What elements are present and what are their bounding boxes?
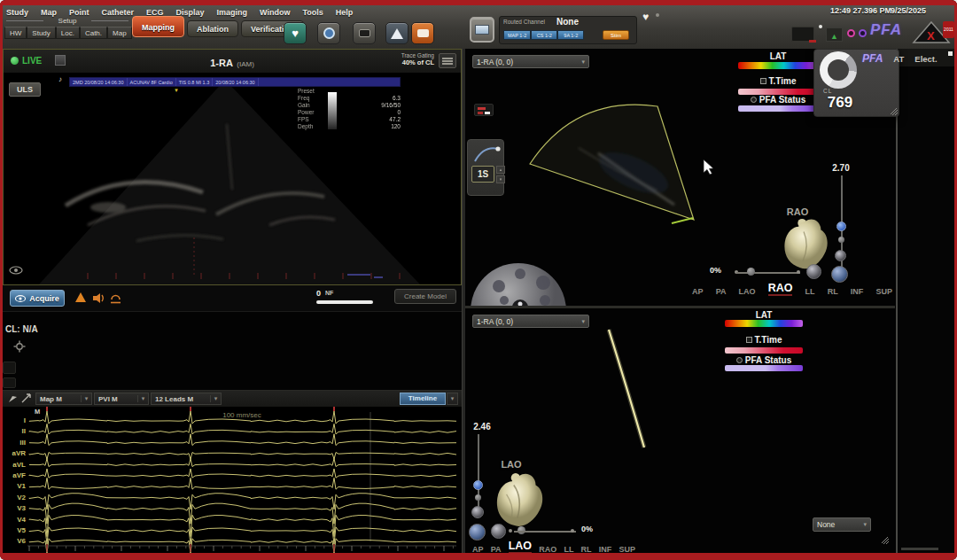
channel-segment-button[interactable]: 9A 1-2: [557, 30, 584, 40]
cartosound-button[interactable]: ♥: [284, 22, 307, 44]
acquire-button[interactable]: Acquire: [10, 290, 65, 307]
heart-orientation-widget-bottom[interactable]: [490, 471, 549, 531]
cl-value: 769: [814, 94, 866, 112]
create-model-button[interactable]: Create Model: [394, 289, 456, 304]
orientation-button[interactable]: RAO: [539, 545, 556, 553]
resize-grip[interactable]: [882, 537, 889, 544]
opacity-track-top[interactable]: [736, 272, 800, 274]
zoom-slider-knob-bottom[interactable]: [475, 494, 481, 501]
visibility-eye-icon[interactable]: [9, 266, 23, 275]
panel-menu-button[interactable]: [439, 53, 456, 68]
setup-tab[interactable]: Loc.: [56, 27, 80, 39]
channel-segment-button[interactable]: CS 1-2: [531, 30, 557, 40]
menu-item[interactable]: Point: [69, 8, 89, 17]
zoom-slider-handle-top[interactable]: [836, 222, 846, 231]
orientation-button[interactable]: RL: [581, 545, 592, 553]
remote-display-button[interactable]: [470, 17, 494, 43]
routed-channel-value: None: [556, 17, 579, 27]
side-panel-tab[interactable]: Elect.: [914, 54, 937, 64]
popup-resize-grip[interactable]: [891, 108, 898, 115]
mode-tab[interactable]: Ablation: [187, 20, 238, 37]
timeline-chevron-button[interactable]: ▾: [447, 393, 458, 405]
heart-orientation-widget-top[interactable]: [778, 216, 833, 273]
menu-item[interactable]: ECG: [146, 8, 164, 17]
one-second-button[interactable]: 1S: [471, 166, 494, 183]
map-selector-top[interactable]: 1-RA (0, 0) ▾: [472, 55, 589, 68]
snapshot-button[interactable]: [353, 22, 376, 44]
ecg-lead-label: V6: [4, 537, 26, 545]
gear-icon[interactable]: [13, 340, 26, 353]
side-panel-tab[interactable]: AT: [893, 54, 904, 64]
orientation-button[interactable]: INF: [851, 287, 864, 296]
mini-down-button[interactable]: ▾: [496, 175, 505, 183]
expand-tool-icon[interactable]: [21, 393, 32, 403]
orientation-button[interactable]: AP: [692, 287, 704, 296]
model-sphere-top[interactable]: [806, 264, 821, 279]
uls-button[interactable]: ULS: [9, 82, 41, 97]
opacity-track-bottom[interactable]: [514, 531, 576, 533]
ttime-checkbox[interactable]: [760, 78, 766, 84]
map-selector-bottom[interactable]: 1-RA (0, 0) ▾: [472, 315, 589, 328]
orientation-button[interactable]: SUP: [875, 287, 892, 296]
ecg-leads-dropdown[interactable]: 12 Leads M▾: [151, 393, 222, 405]
notes-button[interactable]: [411, 22, 434, 44]
tray-play-icon[interactable]: ▲: [826, 27, 843, 42]
menu-item[interactable]: Imaging: [217, 8, 248, 17]
orientation-button[interactable]: LAO: [739, 287, 756, 296]
menu-item[interactable]: Tools: [303, 8, 323, 17]
zoom-slider-handle-bottom[interactable]: [473, 480, 483, 490]
pfa-status-radio[interactable]: [751, 97, 757, 103]
rotate-sphere-small-top[interactable]: [835, 250, 846, 261]
rotate-sphere-small-bottom[interactable]: [471, 506, 484, 518]
model-sphere-bottom[interactable]: [491, 524, 506, 539]
menu-item[interactable]: Display: [176, 8, 205, 17]
mode-tab[interactable]: Mapping: [132, 16, 184, 37]
orientation-button[interactable]: SUP: [619, 545, 635, 553]
pfa-status-label: PFA Status: [745, 355, 791, 365]
study-archive-button[interactable]: [317, 22, 340, 44]
opacity-handle-top[interactable]: [747, 268, 755, 276]
ecg-pvi-dropdown[interactable]: PVI M▾: [94, 393, 149, 405]
focus-marker-icon[interactable]: ▼: [174, 88, 179, 93]
timeline-button[interactable]: Timeline: [400, 393, 446, 405]
orientation-button[interactable]: LL: [805, 287, 815, 296]
pointer-tool-icon[interactable]: [8, 393, 19, 403]
orientation-button[interactable]: LL: [564, 545, 573, 553]
rotate-sphere-large-bottom[interactable]: [469, 524, 486, 541]
dock-tool-icon[interactable]: [3, 377, 16, 388]
field-view-button[interactable]: [385, 22, 408, 44]
mini-up-button[interactable]: ▴: [496, 166, 505, 174]
mini-scrollbar[interactable]: [901, 548, 938, 550]
setup-tab[interactable]: Study: [27, 27, 55, 39]
menu-item[interactable]: Help: [336, 8, 354, 17]
mode-tabs: MappingAblationVerification: [132, 16, 304, 37]
menu-item[interactable]: Window: [260, 8, 290, 17]
setup-tab[interactable]: HW: [4, 27, 27, 39]
menu-item[interactable]: Map: [41, 8, 57, 17]
side-panel-tab[interactable]: PFA: [862, 52, 883, 65]
orientation-button[interactable]: PA: [716, 287, 727, 296]
orientation-button[interactable]: PA: [491, 545, 502, 553]
setup-tab[interactable]: Cath.: [80, 27, 107, 39]
orientation-button[interactable]: RAO: [768, 282, 793, 296]
setup-tab[interactable]: Map: [107, 27, 132, 39]
coil-icon[interactable]: [109, 292, 123, 304]
channel-segment-button[interactable]: MAP 1-2: [503, 30, 531, 40]
pfa-status-radio[interactable]: [736, 357, 743, 363]
zoom-slider-knob-top[interactable]: [838, 237, 844, 243]
overlay-selector[interactable]: None ▾: [813, 517, 871, 532]
orientation-button[interactable]: INF: [599, 545, 612, 553]
orientation-button[interactable]: AP: [472, 545, 484, 553]
orientation-button[interactable]: LAO: [509, 540, 532, 553]
rotate-sphere-large-top[interactable]: [831, 266, 848, 283]
orientation-button[interactable]: RL: [828, 287, 838, 296]
menu-item[interactable]: Catheter: [102, 8, 135, 17]
ttime-checkbox[interactable]: [746, 337, 752, 343]
menu-item[interactable]: Study: [6, 8, 28, 17]
dock-tool-icon[interactable]: [3, 362, 16, 374]
speaker-icon[interactable]: [92, 292, 106, 304]
ecg-map-dropdown[interactable]: Map M▾: [35, 393, 92, 405]
stim-button[interactable]: Stim: [603, 30, 629, 40]
ecg-lead-label: II: [4, 427, 26, 435]
orientation-buttons-bottom: APPALAORAOLLRLINFSUP: [472, 540, 635, 553]
